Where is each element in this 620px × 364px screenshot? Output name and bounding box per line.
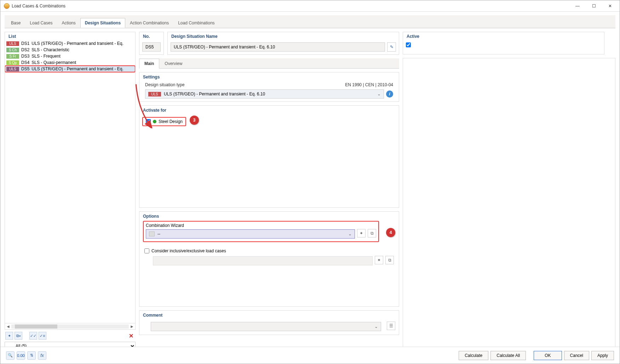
name-label: Design Situation Name <box>168 32 399 40</box>
tab-action-combinations[interactable]: Action Combinations <box>125 18 173 28</box>
tab-actions[interactable]: Actions <box>57 18 80 28</box>
list-item[interactable]: ULS DS5 ULS (STR/GEO) - Permanent and tr… <box>5 66 135 72</box>
list-item-name: ULS (STR/GEO) - Permanent and transient … <box>31 66 123 71</box>
wizard-swatch-icon <box>149 231 155 236</box>
minimize-button[interactable]: — <box>569 1 586 11</box>
comment-header: Comment <box>139 311 399 319</box>
no-label: No. <box>139 32 163 40</box>
tab-load-combinations[interactable]: Load Combinations <box>173 18 219 28</box>
sub-tabs: Main Overview <box>139 58 399 69</box>
bottom-bar: 🔍 0.00 ⇅ fx Calculate Calculate All OK C… <box>0 347 620 364</box>
wizard-value: -- <box>157 231 160 236</box>
settings-box: Settings Design situation type EN 1990 |… <box>139 72 399 102</box>
edit-name-button[interactable]: ✎ <box>387 42 396 52</box>
list-item-name: SLS - Quasi-permanent <box>31 60 76 65</box>
consider-checkbox[interactable] <box>144 248 149 253</box>
delete-button[interactable]: ✕ <box>127 332 135 340</box>
activate-header: Activate for <box>139 106 399 114</box>
copy-item-button[interactable]: ⧉▾ <box>15 332 22 340</box>
active-label: Active <box>403 32 604 40</box>
comment-edit-button[interactable]: ☰ <box>387 322 395 330</box>
list-item-id: DS2 <box>21 47 29 52</box>
ok-button[interactable]: OK <box>534 351 562 360</box>
cancel-button[interactable]: Cancel <box>564 351 589 360</box>
calculate-all-button[interactable]: Calculate All <box>490 351 526 360</box>
list-item-id: DS1 <box>21 41 29 46</box>
info-icon[interactable]: i <box>386 90 393 98</box>
uncheck-button[interactable]: ✓≡ <box>39 332 46 340</box>
wizard-combo[interactable]: -- ⌄ <box>146 229 355 239</box>
wizard-group: Combination Wizard -- ⌄ ✦ ⧉ <box>143 221 379 242</box>
list-header: List <box>5 32 135 40</box>
badge: S Ch <box>6 48 19 52</box>
consider-new-button[interactable]: ✦ <box>375 256 383 264</box>
list-toolbar: ✦ ⧉▾ ✓✓ ✓≡ ✕ <box>5 330 136 342</box>
options-box: Options Combination Wizard -- ⌄ ✦ ⧉ <box>139 211 399 307</box>
annotation-3: 3 <box>190 116 199 125</box>
type-value: ULS (STR/GEO) - Permanent and transient … <box>164 92 265 96</box>
comment-field[interactable]: ⌄ <box>151 322 381 331</box>
horizontal-scrollbar[interactable]: ◄► <box>5 323 135 329</box>
consider-label: Consider inclusive/exclusive load cases <box>151 248 226 253</box>
steel-design-group: Steel Design <box>142 117 186 126</box>
list-item-id: DS5 <box>21 66 29 71</box>
list-item[interactable]: S Ch DS2 SLS - Characteristic <box>5 47 135 53</box>
type-label: Design situation type <box>145 82 184 87</box>
app-icon <box>4 3 10 9</box>
tab-load-cases[interactable]: Load Cases <box>25 18 57 28</box>
list-item[interactable]: S Qp DS4 SLS - Quasi-permanent <box>5 59 135 66</box>
calculate-button[interactable]: Calculate <box>459 351 488 360</box>
list-item-name: SLS - Frequent <box>31 54 60 59</box>
steel-design-checkbox[interactable] <box>146 119 151 124</box>
green-dot-icon <box>153 120 156 123</box>
no-panel: No. DS5 <box>139 32 164 55</box>
badge: ULS <box>6 41 19 46</box>
fx-icon[interactable]: fx <box>38 351 46 360</box>
name-panel: Design Situation Name ULS (STR/GEO) - Pe… <box>167 32 399 55</box>
subtab-main[interactable]: Main <box>139 59 159 69</box>
active-checkbox[interactable] <box>406 42 411 47</box>
check-all-button[interactable]: ✓✓ <box>29 332 37 340</box>
apply-button[interactable]: Apply <box>591 351 614 360</box>
wizard-copy-button[interactable]: ⧉ <box>368 229 376 237</box>
list-item-id: DS3 <box>21 54 29 59</box>
new-item-button[interactable]: ✦ <box>5 332 13 340</box>
settings-header: Settings <box>139 72 399 81</box>
list-panel: List ULS DS1 ULS (STR/GEO) - Permanent a… <box>5 32 136 330</box>
list-item[interactable]: S Fr DS3 SLS - Frequent <box>5 53 135 59</box>
name-field[interactable]: ULS (STR/GEO) - Permanent and transient … <box>171 42 385 52</box>
consider-field <box>153 256 373 265</box>
wizard-label: Combination Wizard <box>146 223 376 228</box>
subtab-overview[interactable]: Overview <box>159 59 188 69</box>
options-header: Options <box>139 212 399 220</box>
no-field[interactable]: DS5 <box>142 42 161 52</box>
decimals-icon[interactable]: 0.00 <box>17 351 25 360</box>
badge: S Qp <box>6 60 19 65</box>
search-icon[interactable]: 🔍 <box>6 351 15 360</box>
list-body[interactable]: ULS DS1 ULS (STR/GEO) - Permanent and tr… <box>5 40 135 323</box>
badge: S Fr <box>6 54 19 59</box>
list-item[interactable]: ULS DS1 ULS (STR/GEO) - Permanent and tr… <box>5 40 135 47</box>
maximize-button[interactable]: ☐ <box>586 1 602 11</box>
chevron-down-icon: ⌄ <box>377 92 381 96</box>
standard-label: EN 1990 | CEN | 2010-04 <box>345 82 393 87</box>
right-empty-panel <box>403 58 615 350</box>
list-item-name: SLS - Characteristic <box>31 47 69 52</box>
window-title: Load Cases & Combinations <box>12 4 569 8</box>
main-tabs: Base Load Cases Actions Design Situation… <box>5 15 615 28</box>
units-icon[interactable]: ⇅ <box>27 351 36 360</box>
badge: ULS <box>6 67 19 71</box>
chevron-down-icon: ⌄ <box>348 231 352 236</box>
list-item-id: DS4 <box>21 60 29 65</box>
tab-design-situations[interactable]: Design Situations <box>80 18 125 28</box>
title-bar: Load Cases & Combinations — ☐ ✕ <box>0 0 620 12</box>
consider-copy-button[interactable]: ⧉ <box>385 256 394 264</box>
tab-base[interactable]: Base <box>6 18 25 28</box>
type-badge: ULS <box>148 92 161 96</box>
active-panel: Active <box>403 32 604 54</box>
wizard-new-button[interactable]: ✦ <box>357 229 366 237</box>
close-button[interactable]: ✕ <box>602 1 618 11</box>
type-combo[interactable]: ULS ULS (STR/GEO) - Permanent and transi… <box>145 89 384 99</box>
chevron-down-icon: ⌄ <box>374 324 381 329</box>
annotation-4: 4 <box>386 228 395 237</box>
